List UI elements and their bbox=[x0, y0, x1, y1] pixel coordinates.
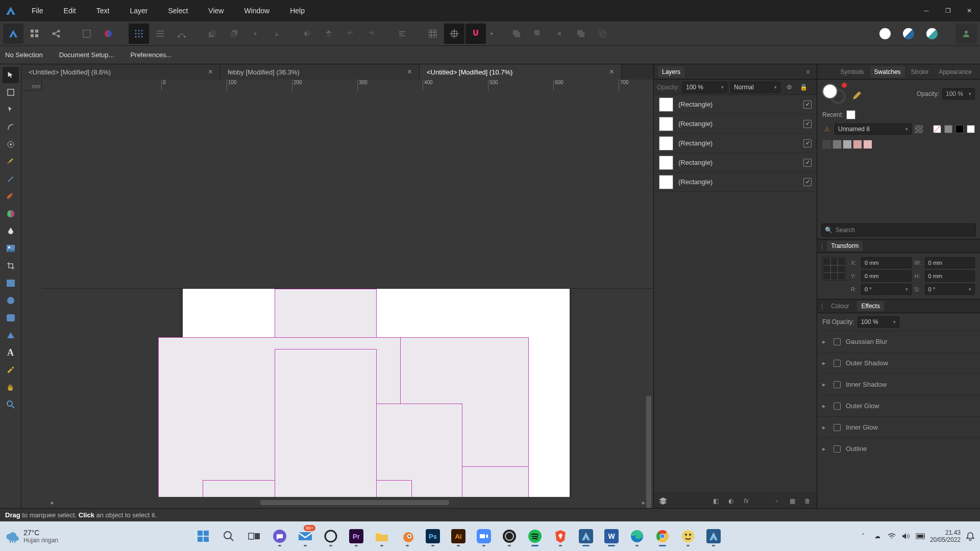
edge-icon[interactable] bbox=[626, 525, 648, 547]
system-tray[interactable]: ˄ ☁ 21.43 20/05/2022 bbox=[859, 529, 975, 544]
menu-window[interactable]: Window bbox=[234, 0, 280, 21]
rounded-rect-tool[interactable] bbox=[3, 310, 19, 326]
bool-add-icon[interactable] bbox=[506, 23, 527, 44]
app-icon-1[interactable] bbox=[677, 525, 699, 547]
adjust-icon[interactable]: ◐ bbox=[726, 496, 736, 506]
document-tab[interactable]: <Untitled> [Modified] (8.6%)× bbox=[21, 64, 220, 80]
snap-dropdown-icon[interactable]: ▾ bbox=[487, 23, 496, 44]
white-swatch[interactable] bbox=[967, 125, 975, 133]
flip-h-icon[interactable] bbox=[297, 23, 317, 44]
transform-s[interactable]: 0 ° ▾ bbox=[925, 284, 975, 295]
wifi-icon[interactable] bbox=[887, 532, 896, 541]
layer-settings-icon[interactable]: ⚙ bbox=[783, 82, 795, 93]
rotate-cw-icon[interactable]: ↷ bbox=[361, 23, 382, 44]
horizontal-scrollbar[interactable]: ◂ ▸ bbox=[42, 497, 653, 508]
effect-checkbox[interactable] bbox=[834, 338, 841, 345]
blender-icon[interactable] bbox=[396, 525, 419, 547]
layer-stack-icon[interactable] bbox=[658, 496, 668, 506]
align-icon[interactable] bbox=[392, 23, 412, 44]
vertical-scrollbar[interactable] bbox=[644, 289, 653, 497]
effect-item[interactable]: ▸Inner Glow bbox=[817, 416, 980, 438]
expand-icon[interactable]: ▸ bbox=[822, 445, 828, 453]
chrome-icon[interactable] bbox=[651, 525, 674, 547]
transform-r[interactable]: 0 ° ▾ bbox=[861, 284, 912, 295]
eyedropper-tool[interactable] bbox=[3, 362, 19, 378]
anchor-selector[interactable] bbox=[822, 257, 846, 281]
layers-tab[interactable]: Layers bbox=[658, 66, 684, 78]
effects-tab[interactable]: Effects bbox=[857, 301, 884, 311]
bool-intersect-icon[interactable] bbox=[549, 23, 570, 44]
color-3-icon[interactable] bbox=[922, 23, 942, 44]
document-setup-button[interactable]: Document Setup... bbox=[51, 46, 122, 64]
target-tool[interactable] bbox=[3, 136, 19, 153]
fill-stroke-selector[interactable] bbox=[822, 84, 846, 104]
obs-icon[interactable] bbox=[498, 525, 521, 547]
artboard-tool[interactable] bbox=[3, 84, 19, 101]
add-layer-icon[interactable]: ▫ bbox=[772, 496, 782, 506]
transform-h[interactable]: 0 mm bbox=[925, 270, 975, 282]
photoshop-icon[interactable]: Ps bbox=[422, 525, 444, 547]
loop-app-icon[interactable] bbox=[320, 525, 342, 547]
panel-tab-symbols[interactable]: Symbols bbox=[837, 66, 868, 78]
mask-icon[interactable]: ◧ bbox=[710, 496, 721, 506]
document-tab[interactable]: <Untitled> [Modified] (10.7%)× bbox=[420, 64, 622, 80]
layer-item[interactable]: (Rectangle)✓ bbox=[654, 153, 817, 172]
effect-item[interactable]: ▸Outline bbox=[817, 438, 980, 459]
swatch-color[interactable] bbox=[822, 140, 831, 149]
canvas[interactable] bbox=[42, 289, 644, 497]
rectangle-shape[interactable] bbox=[275, 349, 377, 497]
layer-item[interactable]: (Rectangle)✓ bbox=[654, 95, 817, 114]
onedrive-icon[interactable]: ☁ bbox=[873, 532, 882, 541]
rectangle-tool[interactable] bbox=[3, 275, 19, 291]
close-button[interactable]: ✕ bbox=[959, 2, 980, 19]
fill-tool[interactable] bbox=[3, 206, 19, 222]
swatch-color[interactable] bbox=[853, 140, 862, 149]
gray-swatch[interactable] bbox=[944, 125, 952, 133]
menu-layer[interactable]: Layer bbox=[119, 0, 158, 21]
swatch-opacity-field[interactable]: 100 %▾ bbox=[942, 88, 975, 99]
layer-visibility-checkbox[interactable]: ✓ bbox=[803, 120, 812, 128]
illustrator-icon[interactable]: Ai bbox=[447, 525, 470, 547]
fill-color-icon[interactable] bbox=[875, 23, 895, 44]
effect-item[interactable]: ▸Outer Shadow bbox=[817, 352, 980, 373]
menu-text[interactable]: Text bbox=[86, 0, 120, 21]
corner-tool[interactable] bbox=[3, 119, 19, 135]
black-swatch[interactable] bbox=[955, 125, 964, 133]
layer-visibility-checkbox[interactable]: ✓ bbox=[803, 178, 812, 186]
arrange-icon[interactable] bbox=[24, 23, 45, 44]
transform-x[interactable]: 0 mm bbox=[861, 257, 912, 268]
node-tool[interactable] bbox=[3, 102, 19, 118]
none-swatch[interactable] bbox=[933, 125, 941, 133]
layer-visibility-checkbox[interactable]: ✓ bbox=[803, 101, 812, 109]
panel-options-icon[interactable]: ≡ bbox=[803, 68, 813, 76]
snap-to-grid-icon[interactable] bbox=[423, 23, 443, 44]
minimize-button[interactable]: ─ bbox=[916, 2, 937, 19]
taskview-button[interactable] bbox=[243, 525, 265, 547]
layer-item[interactable]: (Rectangle)✓ bbox=[654, 172, 817, 192]
transform-tab[interactable]: Transform bbox=[827, 241, 863, 251]
brush-tool[interactable] bbox=[3, 188, 19, 205]
expand-icon[interactable]: ▸ bbox=[822, 381, 828, 388]
effect-checkbox[interactable] bbox=[834, 445, 841, 453]
eyedropper-icon[interactable] bbox=[852, 87, 861, 101]
share-icon[interactable] bbox=[46, 23, 66, 44]
grid-view-icon[interactable] bbox=[915, 125, 923, 133]
bool-subtract-icon[interactable] bbox=[528, 23, 548, 44]
snap-align-icon[interactable] bbox=[444, 23, 464, 44]
add-pixel-icon[interactable]: ▦ bbox=[787, 496, 797, 506]
layer-lock-icon[interactable]: 🔒 bbox=[798, 82, 809, 93]
swatch-color[interactable] bbox=[832, 140, 842, 149]
panel-tab-swatches[interactable]: Swatches bbox=[870, 66, 905, 78]
snap-baseline-icon[interactable] bbox=[150, 23, 170, 44]
order-forward-icon[interactable]: ▴ bbox=[266, 23, 287, 44]
layer-visibility-checkbox[interactable]: ✓ bbox=[803, 159, 812, 167]
weather-widget[interactable]: 27°CHujan ringan bbox=[5, 529, 58, 544]
swatch-search[interactable]: 🔍 Search bbox=[821, 223, 976, 237]
panel-tab-stroke[interactable]: Stroke bbox=[907, 66, 933, 78]
menu-view[interactable]: View bbox=[198, 0, 234, 21]
colour-tab[interactable]: Colour bbox=[827, 301, 853, 311]
layer-visibility-checkbox[interactable]: ✓ bbox=[803, 139, 812, 147]
effect-checkbox[interactable] bbox=[834, 403, 841, 410]
effect-item[interactable]: ▸Outer Glow bbox=[817, 395, 980, 416]
affinity-icon-2[interactable] bbox=[702, 525, 725, 547]
